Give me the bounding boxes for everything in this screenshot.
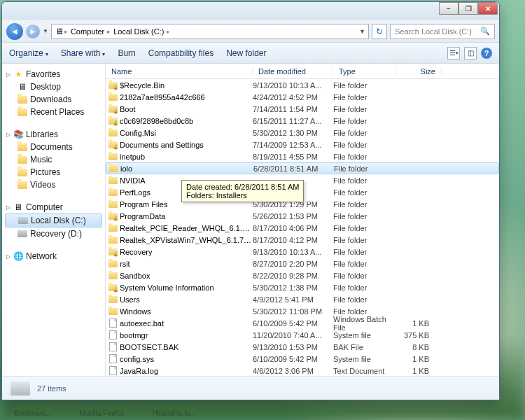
sidebar-item-videos[interactable]: Videos (2, 178, 105, 191)
file-row[interactable]: autoexec.bat6/10/2009 5:42 PMWindows Bat… (106, 317, 499, 329)
breadcrumb[interactable]: 🖥 ▸ Computer ▸ Local Disk (C:) ▸ ▼ (51, 24, 369, 39)
file-row[interactable]: rsit8/27/2010 2:20 PMFile folder (106, 258, 499, 270)
column-type[interactable]: Type (333, 67, 396, 76)
file-date: 9/13/2010 1:53 PM (253, 343, 333, 351)
close-button[interactable] (478, 2, 498, 15)
column-size[interactable]: Size (396, 67, 442, 76)
sidebar-item-desktop[interactable]: 🖥Desktop (2, 80, 105, 93)
file-date: 9/13/2010 10:13 A... (253, 248, 333, 256)
folder-icon (106, 94, 120, 101)
compat-files-button[interactable]: Compatibility files (148, 48, 214, 58)
preview-pane-button[interactable]: ◫ (464, 47, 477, 59)
burn-button[interactable]: Burn (118, 48, 135, 58)
column-name[interactable]: Name (106, 67, 253, 76)
file-row[interactable]: inetpub8/19/2011 4:55 PMFile folder (106, 150, 499, 162)
file-row[interactable]: 2182a7ae8955a442c6664/24/2012 4:52 PMFil… (106, 91, 499, 103)
file-type: File folder (333, 93, 396, 102)
file-date: 8/19/2011 4:55 PM (253, 153, 333, 161)
file-row[interactable]: Documents and Settings7/14/2009 12:53 A.… (106, 139, 499, 150)
address-dropdown-icon[interactable]: ▼ (359, 28, 365, 35)
file-row[interactable]: $Recycle.Bin9/13/2010 10:13 A...File fol… (106, 79, 499, 91)
search-icon: 🔍 (480, 27, 490, 36)
folder-icon (18, 108, 27, 116)
breadcrumb-computer[interactable]: Computer (68, 27, 107, 36)
file-row[interactable]: config.sys6/10/2009 5:42 PMSystem file1 … (106, 353, 499, 365)
file-list[interactable]: $Recycle.Bin9/13/2010 10:13 A...File fol… (106, 79, 499, 376)
folder-lock-icon (106, 248, 120, 255)
file-date: 6/15/2011 11:27 A... (253, 117, 333, 125)
file-date: 5/30/2012 11:08 PM (253, 307, 333, 316)
file-row[interactable]: ProgramData5/26/2012 1:53 PMFile folder (106, 210, 499, 222)
sidebar-network-header[interactable]: ▷🌐Network (2, 250, 105, 262)
column-date[interactable]: Date modified (253, 67, 333, 76)
toolbar: Organize Share with Burn Compatibility f… (2, 43, 499, 64)
file-row[interactable]: Realtek_XPVistaWin7_WHQL_6.1.7600.30...8… (106, 234, 499, 246)
folder-icon (106, 272, 120, 279)
file-row[interactable]: Sandbox8/22/2010 9:28 PMFile folder (106, 270, 499, 281)
file-name: 2182a7ae8955a442c666 (120, 93, 253, 102)
file-view: Name Date modified Type Size $Recycle.Bi… (106, 64, 499, 376)
sidebar-item-music[interactable]: Music (2, 153, 105, 166)
file-row[interactable]: Config.Msi5/30/2012 1:30 PMFile folder (106, 127, 499, 139)
file-name: $Recycle.Bin (120, 81, 253, 90)
file-date: 6/10/2009 5:42 PM (253, 319, 333, 328)
file-date: 11/20/2010 7:40 A... (253, 331, 333, 340)
file-row[interactable]: c0c69f2898e8bd0c8b6/15/2011 11:27 A...Fi… (106, 115, 499, 127)
file-size: 1 KB (396, 355, 435, 363)
organize-menu[interactable]: Organize (9, 48, 48, 58)
minimize-button[interactable] (439, 2, 458, 15)
file-type: File folder (333, 260, 396, 268)
sidebar-item-pictures[interactable]: Pictures (2, 166, 105, 178)
help-button[interactable]: ? (481, 48, 492, 59)
back-button[interactable]: ◄ (6, 23, 23, 40)
file-row[interactable]: System Volume Information5/30/2012 1:38 … (106, 281, 499, 293)
folder-lock-icon (106, 284, 120, 291)
file-type: File folder (333, 153, 396, 161)
sidebar-favorites-header[interactable]: ▷★Favorites (2, 68, 105, 80)
file-date: 9/13/2010 10:13 A... (253, 81, 333, 90)
sidebar-item-recent[interactable]: Recent Places (2, 106, 105, 118)
file-name: iolo (120, 164, 253, 173)
file-row[interactable]: Recovery9/13/2010 10:13 A...File folder (106, 246, 499, 258)
file-date: 4/9/2012 5:41 PM (253, 295, 333, 304)
file-date: 6/10/2009 5:42 PM (253, 355, 333, 363)
folder-icon (106, 308, 120, 315)
forward-button[interactable]: ► (26, 24, 40, 38)
file-type: File folder (333, 248, 396, 256)
file-row[interactable]: JavaRa.log4/6/2012 3:06 PMText Document1… (106, 365, 499, 376)
folder-icon (106, 130, 120, 136)
file-row[interactable]: iolo6/28/2011 8:51 AMFile folder (106, 162, 499, 174)
navigation-pane[interactable]: ▷★Favorites 🖥Desktop Downloads Recent Pl… (2, 64, 106, 376)
sidebar-libraries-header[interactable]: ▷📚Libraries (2, 128, 105, 141)
folder-icon (18, 181, 27, 189)
file-row[interactable]: Realtek_PCIE_Reader_WHQL_6.1.7600.000...… (106, 222, 499, 234)
file-row[interactable]: Windows5/30/2012 11:08 PMFile folder (106, 305, 499, 317)
sidebar-item-documents[interactable]: Documents (2, 141, 105, 153)
sidebar-item-downloads[interactable]: Downloads (2, 93, 105, 106)
file-icon (106, 318, 120, 328)
new-folder-button[interactable]: New folder (226, 48, 266, 58)
maximize-button[interactable] (458, 2, 478, 15)
breadcrumb-localdisk[interactable]: Local Disk (C:) (111, 27, 167, 36)
file-row[interactable]: bootmgr11/20/2010 7:40 A...System file37… (106, 329, 499, 341)
search-input[interactable]: Search Local Disk (C:) 🔍 (390, 24, 495, 39)
file-date: 8/17/2010 4:06 PM (253, 224, 333, 232)
history-dropdown[interactable]: ▼ (43, 28, 48, 34)
content-area: ▷★Favorites 🖥Desktop Downloads Recent Pl… (2, 64, 499, 376)
sidebar-item-recovery-d[interactable]: Recovery (D:) (2, 227, 105, 240)
drive-icon (10, 382, 30, 396)
sidebar-computer-header[interactable]: ▷🖥Computer (2, 201, 105, 214)
file-date: 6/28/2011 8:51 AM (253, 164, 334, 173)
titlebar[interactable] (2, 2, 499, 20)
file-date: 5/30/2012 1:38 PM (253, 284, 333, 292)
file-row[interactable]: BOOTSECT.BAK9/13/2010 1:53 PMBAK File8 K… (106, 341, 499, 353)
folder-icon (18, 156, 27, 164)
folder-lock-icon (106, 118, 120, 125)
folder-lock-icon (106, 82, 120, 89)
refresh-button[interactable]: ↻ (372, 24, 387, 39)
file-row[interactable]: Boot7/14/2011 1:54 PMFile folder (106, 103, 499, 115)
share-menu[interactable]: Share with (61, 48, 106, 58)
view-options-button[interactable]: ☰▾ (447, 47, 460, 59)
file-row[interactable]: Users4/9/2012 5:41 PMFile folder (106, 293, 499, 305)
sidebar-item-local-disk-c[interactable]: Local Disk (C:) (5, 214, 102, 227)
